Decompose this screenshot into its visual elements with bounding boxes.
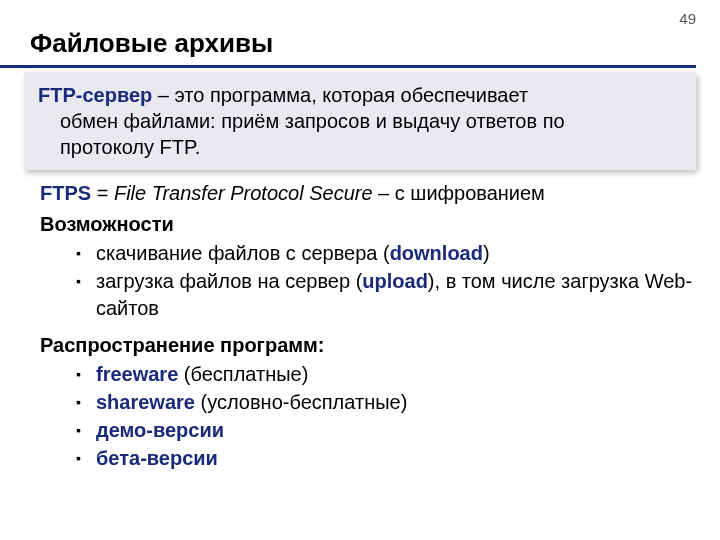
ftps-line: FTPS = File Transfer Protocol Secure – с… [40,180,696,207]
content-area: FTPS = File Transfer Protocol Secure – с… [40,180,696,472]
definition-line1: – это программа, которая обеспечивает [152,84,528,106]
definition-line3: протоколу FTP. [38,134,682,160]
dist1-rest: (бесплатные) [178,363,308,385]
cap1-term: download [390,242,483,264]
distribution-list: freeware (бесплатные) shareware (условно… [40,361,696,472]
dist1-term: freeware [96,363,178,385]
definition-term: FTP-сервер [38,84,152,106]
slide-title: Файловые архивы [0,0,696,68]
list-item: скачивание файлов c сервера (download) [76,240,696,267]
dist2-term: shareware [96,391,195,413]
cap1-post: ) [483,242,490,264]
definition-line2: обмен файлами: приём запросов и выдачу о… [38,108,682,134]
dist4-term: бета-версии [96,447,218,469]
ftps-tail: – с шифрованием [373,182,545,204]
dist3-term: демо-версии [96,419,224,441]
list-item: загрузка файлов на сервер (upload), в то… [76,268,696,322]
list-item: freeware (бесплатные) [76,361,696,388]
ftps-expansion: File Transfer Protocol Secure [114,182,373,204]
list-item: бета-версии [76,445,696,472]
distribution-heading: Распространение программ: [40,332,696,359]
ftps-eq: = [91,182,114,204]
capabilities-heading: Возможности [40,211,696,238]
dist2-rest: (условно-бесплатные) [195,391,407,413]
definition-box: FTP-сервер – это программа, которая обес… [24,72,696,170]
cap2-term: upload [362,270,428,292]
cap2-pre: загрузка файлов на сервер ( [96,270,362,292]
cap1-pre: скачивание файлов c сервера ( [96,242,390,264]
list-item: демо-версии [76,417,696,444]
list-item: shareware (условно-бесплатные) [76,389,696,416]
ftps-abbr: FTPS [40,182,91,204]
capabilities-list: скачивание файлов c сервера (download) з… [40,240,696,322]
page-number: 49 [679,10,696,27]
